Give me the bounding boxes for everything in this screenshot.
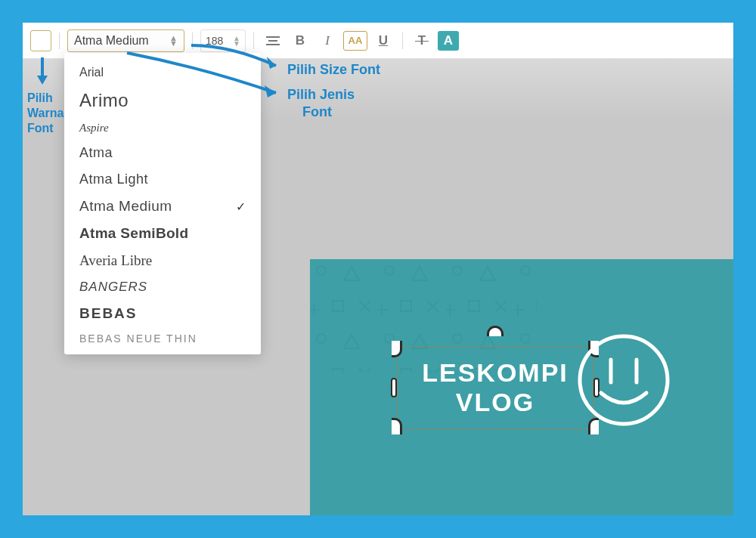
font-option[interactable]: Atma <box>64 140 261 166</box>
check-icon: ✓ <box>236 199 246 214</box>
smiley-graphic[interactable] <box>575 331 673 429</box>
font-option-label: Bebas Neue Thin <box>79 332 197 345</box>
italic-button[interactable]: I <box>316 29 339 52</box>
annotation-size: Pilih Size Font <box>287 62 380 78</box>
font-option-label: Bebas <box>79 305 138 322</box>
uppercase-button[interactable]: AA <box>343 31 367 51</box>
annotation-jenis: Pilih Jenis Font <box>287 86 355 122</box>
font-option-label: Arial <box>79 66 104 79</box>
bold-button[interactable]: B <box>289 29 311 52</box>
divider <box>59 32 60 49</box>
svg-marker-15 <box>37 76 48 85</box>
font-option[interactable]: Averia Libre <box>64 247 261 274</box>
font-option-label: Atma Light <box>79 172 148 187</box>
resize-handle-bl[interactable] <box>392 418 402 434</box>
divider <box>402 32 403 49</box>
font-option-label: Atma <box>79 145 113 161</box>
annotation-arrow-warna <box>35 56 50 88</box>
selected-text-element[interactable]: LESKOMPI VLOG <box>397 346 593 429</box>
font-option[interactable]: Atma SemiBold <box>64 220 261 247</box>
font-option[interactable]: Aspire <box>64 116 261 140</box>
font-option-label: Bangers <box>79 280 147 295</box>
font-family-value: Atma Medium <box>74 34 149 48</box>
svg-point-10 <box>580 336 668 424</box>
font-color-picker[interactable] <box>30 30 51 51</box>
resize-handle-tl[interactable] <box>392 341 402 357</box>
font-option[interactable]: Atma Light <box>64 166 261 193</box>
font-option-label: Averia Libre <box>79 252 152 269</box>
font-option-label: Aspire <box>79 122 109 134</box>
annotation-warna: Pilih Warna Font <box>27 91 64 136</box>
chevron-updown-icon: ▲▼ <box>169 36 178 46</box>
underline-button[interactable]: U <box>372 29 395 52</box>
font-option-label: Atma SemiBold <box>79 225 188 242</box>
design-canvas[interactable]: LESKOMPI VLOG <box>310 259 733 515</box>
annotation-arrow-jenis <box>121 49 287 106</box>
text-content[interactable]: LESKOMPI VLOG <box>422 358 569 417</box>
font-family-select[interactable]: Atma Medium ▲▼ <box>67 29 184 52</box>
resize-handle-ml[interactable] <box>391 378 397 397</box>
font-option-label: Atma Medium <box>79 198 172 215</box>
font-option[interactable]: Bangers <box>64 274 261 300</box>
strikethrough-button[interactable]: T <box>411 29 433 52</box>
text-highlight-button[interactable]: A <box>438 31 459 51</box>
font-option[interactable]: Bebas Neue Thin <box>64 327 261 350</box>
font-option[interactable]: Bebas <box>64 300 261 327</box>
font-option[interactable]: Atma Medium✓ <box>64 193 261 220</box>
